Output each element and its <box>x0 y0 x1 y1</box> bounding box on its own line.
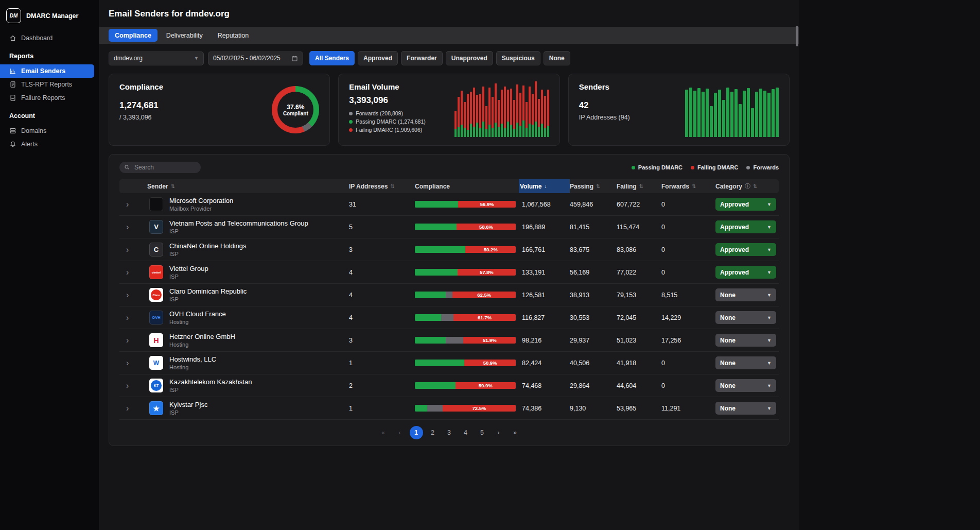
col-sender[interactable]: Sender⇅ <box>143 183 349 190</box>
search-input[interactable] <box>133 163 193 172</box>
sidebar-item-tls-rpt-reports[interactable]: TLS-RPT Reports <box>0 78 99 91</box>
row-expander-icon[interactable]: › <box>119 382 143 390</box>
compliance-bar-segment <box>446 292 452 298</box>
row-expander-icon[interactable]: › <box>119 359 143 367</box>
legend-item-failing-dmarc: Failing DMARC <box>691 164 738 170</box>
legend-dot <box>349 112 353 115</box>
pagination-page-2[interactable]: 2 <box>426 426 440 439</box>
table-row[interactable]: ›VVietnam Posts and Telecommunications G… <box>119 216 779 238</box>
sidebar-item-domains[interactable]: Domains <box>0 124 99 138</box>
compliance-bar-segment <box>415 360 464 366</box>
pagination-page-3[interactable]: 3 <box>443 426 456 439</box>
table-row[interactable]: ›ClaroClaro Dominican RepublicISP462.5%1… <box>119 284 779 306</box>
ip-count: 4 <box>349 292 415 299</box>
senders-bar <box>702 92 705 137</box>
compliance-bar-segment <box>415 382 456 389</box>
table-row[interactable]: ›viettelViettel GroupISP457.8%133,19156,… <box>119 261 779 284</box>
row-expander-icon[interactable]: › <box>119 268 143 277</box>
pagination-last[interactable]: » <box>509 426 522 439</box>
row-expander-icon[interactable]: › <box>119 223 143 231</box>
sidebar-item-dashboard[interactable]: Dashboard <box>0 31 99 45</box>
row-expander-icon[interactable]: › <box>119 314 143 322</box>
compliance-bar-segment: 50.9% <box>464 360 516 366</box>
row-expander-icon[interactable]: › <box>119 246 143 254</box>
date-range-value: 05/02/2025 - 06/02/2025 <box>213 55 281 62</box>
volume-bar <box>458 97 460 137</box>
donut-label: Compliant <box>283 111 308 116</box>
ip-count: 5 <box>349 224 415 231</box>
senders-bar <box>718 90 721 137</box>
pagination-page-1[interactable]: 1 <box>410 426 423 439</box>
filter-chip-approved[interactable]: Approved <box>358 51 398 65</box>
category-select[interactable]: Approved▼ <box>715 198 776 211</box>
compliance-bar-segment: 58.6% <box>457 224 516 230</box>
sidebar-item-failure-reports[interactable]: Failure Reports <box>0 91 99 105</box>
senders-bar <box>776 88 779 137</box>
col-volume[interactable]: Volume↓ <box>519 179 570 193</box>
col-ip-addresses[interactable]: IP Addresses⇅ <box>349 183 415 190</box>
filter-chip-none[interactable]: None <box>544 51 570 65</box>
tab-compliance[interactable]: Compliance <box>109 29 157 42</box>
scrollbar-thumb[interactable] <box>796 26 798 46</box>
col-forwards-label: Forwards <box>661 183 689 190</box>
compliance-bar: 50.9% <box>415 360 516 366</box>
tab-deliverability[interactable]: Deliverability <box>160 29 209 42</box>
pagination-next[interactable]: › <box>492 426 505 439</box>
failing-value: 51,023 <box>617 337 661 344</box>
pagination-page-4[interactable]: 4 <box>459 426 472 439</box>
table-row[interactable]: ›KTKazakhtelekom KazakhstanISP259.9%74,4… <box>119 374 779 397</box>
sender-text: Vietnam Posts and Telecommunications Gro… <box>169 219 308 234</box>
category-select[interactable]: None▼ <box>715 334 776 347</box>
table-row[interactable]: ›Microsoft CorporationMailbox Provider31… <box>119 193 779 216</box>
col-forwards[interactable]: Forwards⇅ <box>661 183 715 190</box>
filter-chip-all-senders[interactable]: All Senders <box>309 51 355 65</box>
row-expander-icon[interactable]: › <box>119 291 143 299</box>
report-icon <box>9 81 16 88</box>
category-select[interactable]: None▼ <box>715 402 776 415</box>
volume-bar <box>454 111 457 137</box>
filter-chip-unapproved[interactable]: Unapproved <box>446 51 493 65</box>
chevron-down-icon: ▼ <box>194 56 199 61</box>
date-range-input[interactable]: 05/02/2025 - 06/02/2025 <box>208 52 303 65</box>
sidebar-item-alerts[interactable]: Alerts <box>0 138 99 151</box>
tab-reputation[interactable]: Reputation <box>212 29 255 42</box>
filter-chip-suspicious[interactable]: Suspicious <box>496 51 540 65</box>
compliance-bar: 62.5% <box>415 292 516 298</box>
table-row[interactable]: ›OVHOVH Cloud FranceHosting461.7%116,827… <box>119 306 779 329</box>
compliance-cell: 50.2% <box>415 246 522 253</box>
legend-dot <box>632 166 635 169</box>
pagination-first[interactable]: « <box>377 426 390 439</box>
table-row[interactable]: ›CChinaNet Online HoldingsISP350.2%166,7… <box>119 238 779 261</box>
category-select[interactable]: Approved▼ <box>715 220 776 233</box>
compliance-bar-segment: 72.5% <box>443 405 516 412</box>
domain-select[interactable]: dmdev.org ▼ <box>109 52 204 65</box>
category-select[interactable]: None▼ <box>715 356 776 369</box>
sender-type: ISP <box>169 273 208 280</box>
category-select[interactable]: Approved▼ <box>715 243 776 256</box>
filter-chip-forwarder[interactable]: Forwarder <box>401 51 443 65</box>
search-box[interactable] <box>119 162 201 173</box>
category-select[interactable]: None▼ <box>715 288 776 301</box>
calendar-icon <box>291 55 298 62</box>
pagination-prev[interactable]: ‹ <box>393 426 407 439</box>
sidebar-item-email-senders[interactable]: Email Senders <box>0 64 94 78</box>
table-row[interactable]: ›★Kyivstar PjscISP172.5%74,3869,13053,96… <box>119 397 779 420</box>
senders-bar <box>751 108 754 137</box>
table-row[interactable]: ›WHostwinds, LLCHosting150.9%82,42440,50… <box>119 352 779 374</box>
info-icon[interactable]: ⓘ <box>745 182 750 190</box>
compliance-bar-segment <box>427 405 443 412</box>
pagination-page-5[interactable]: 5 <box>476 426 489 439</box>
category-select[interactable]: None▼ <box>715 379 776 392</box>
table-row[interactable]: ›HHetzner Online GmbHHosting351.9%98,216… <box>119 329 779 352</box>
category-select[interactable]: Approved▼ <box>715 266 776 279</box>
row-expander-icon[interactable]: › <box>119 404 143 413</box>
col-category[interactable]: Categoryⓘ⇅ <box>715 182 779 190</box>
sidebar-item-label: Alerts <box>21 141 38 148</box>
row-expander-icon[interactable]: › <box>119 336 143 345</box>
col-failing[interactable]: Failing⇅ <box>617 183 661 190</box>
category-select[interactable]: None▼ <box>715 311 776 324</box>
row-expander-icon[interactable]: › <box>119 200 143 209</box>
col-compliance[interactable]: Compliance <box>415 183 522 190</box>
table-legend: Passing DMARCFailing DMARCForwards <box>632 164 779 170</box>
col-passing[interactable]: Passing⇅ <box>570 183 617 190</box>
